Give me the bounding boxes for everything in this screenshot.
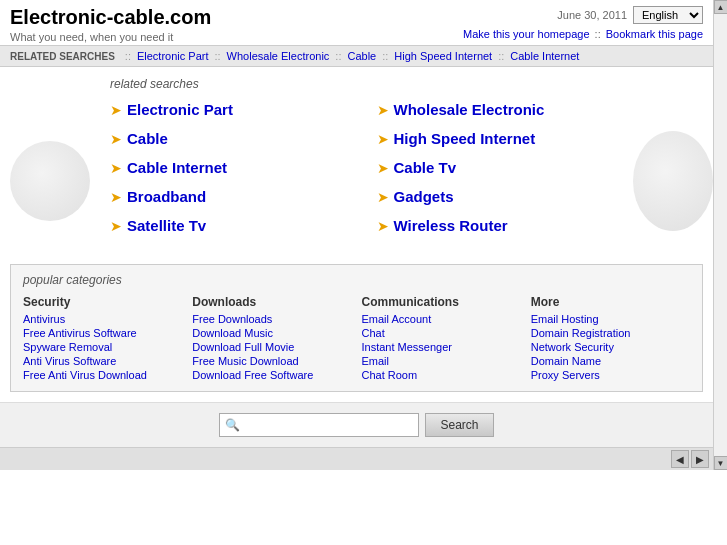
cat-link-email-account[interactable]: Email Account	[362, 313, 521, 325]
search-icon: 🔍	[225, 418, 240, 432]
search-input[interactable]	[219, 413, 419, 437]
category-heading-downloads: Downloads	[192, 295, 351, 309]
right-circle-shape	[633, 131, 713, 231]
scroll-track[interactable]	[714, 14, 727, 456]
link-satellite-tv[interactable]: Satellite Tv	[127, 217, 206, 234]
nav-link-highspeed[interactable]: High Speed Internet	[394, 50, 492, 62]
bookmark-link[interactable]: Bookmark this page	[606, 28, 703, 40]
cat-link-chat[interactable]: Chat	[362, 327, 521, 339]
arrow-icon-3: ➤	[110, 160, 122, 176]
link-gadgets[interactable]: Gadgets	[394, 188, 454, 205]
right-decoration	[633, 67, 713, 264]
left-decoration	[0, 67, 100, 264]
cat-link-download-free-software[interactable]: Download Free Software	[192, 369, 351, 381]
categories-grid: Security Antivirus Free Antivirus Softwa…	[23, 295, 690, 383]
search-link-item: ➤ Cable	[110, 130, 357, 147]
prev-arrow-button[interactable]: ◀	[671, 450, 689, 468]
link-separator: ::	[595, 28, 604, 40]
search-link-item: ➤ High Speed Internet	[377, 130, 624, 147]
cat-link-free-anti-virus-dl[interactable]: Free Anti Virus Download	[23, 369, 182, 381]
arrow-icon-r5: ➤	[377, 218, 389, 234]
nav-link-cable-internet[interactable]: Cable Internet	[510, 50, 579, 62]
cat-link-network-security[interactable]: Network Security	[531, 341, 690, 353]
nav-sep-3: ::	[335, 50, 341, 62]
nav-bar: RELATED SEARCHES :: Electronic Part :: W…	[0, 46, 713, 67]
arrow-icon-r3: ➤	[377, 160, 389, 176]
popular-categories-label: popular categories	[23, 273, 690, 287]
cat-link-email-hosting[interactable]: Email Hosting	[531, 313, 690, 325]
cat-link-free-music[interactable]: Free Music Download	[192, 355, 351, 367]
cat-link-chat-room[interactable]: Chat Room	[362, 369, 521, 381]
center-content: related searches ➤ Electronic Part ➤ Who…	[100, 67, 633, 264]
top-bar: Electronic-cable.com What you need, when…	[0, 0, 713, 46]
category-col-more: More Email Hosting Domain Registration N…	[531, 295, 690, 383]
cat-link-instant-messenger[interactable]: Instant Messenger	[362, 341, 521, 353]
date-display: June 30, 2011	[557, 9, 627, 21]
scroll-down-button[interactable]: ▼	[714, 456, 728, 470]
top-right: June 30, 2011 English Spanish French Mak…	[463, 6, 703, 40]
category-col-downloads: Downloads Free Downloads Download Music …	[192, 295, 351, 383]
next-arrow-button[interactable]: ▶	[691, 450, 709, 468]
cat-link-free-downloads[interactable]: Free Downloads	[192, 313, 351, 325]
cat-link-download-music[interactable]: Download Music	[192, 327, 351, 339]
cat-link-domain-registration[interactable]: Domain Registration	[531, 327, 690, 339]
site-title: Electronic-cable.com	[10, 6, 211, 29]
top-links: Make this your homepage :: Bookmark this…	[463, 28, 703, 40]
cat-link-antivirus[interactable]: Antivirus	[23, 313, 182, 325]
arrow-icon-2: ➤	[110, 131, 122, 147]
language-select[interactable]: English Spanish French	[633, 6, 703, 24]
category-col-security: Security Antivirus Free Antivirus Softwa…	[23, 295, 182, 383]
cat-link-free-antivirus[interactable]: Free Antivirus Software	[23, 327, 182, 339]
popular-categories-section: popular categories Security Antivirus Fr…	[10, 264, 703, 392]
site-subtitle: What you need, when you need it	[10, 31, 211, 43]
link-broadband[interactable]: Broadband	[127, 188, 206, 205]
link-wholesale-electronic[interactable]: Wholesale Electronic	[394, 101, 545, 118]
search-link-item: ➤ Electronic Part	[110, 101, 357, 118]
link-wireless-router[interactable]: Wireless Router	[394, 217, 508, 234]
nav-sep-2: ::	[214, 50, 220, 62]
related-searches-heading: related searches	[110, 77, 623, 91]
category-heading-security: Security	[23, 295, 182, 309]
homepage-link[interactable]: Make this your homepage	[463, 28, 590, 40]
link-electronic-part[interactable]: Electronic Part	[127, 101, 233, 118]
link-cable-internet[interactable]: Cable Internet	[127, 159, 227, 176]
nav-link-wholesale[interactable]: Wholesale Electronic	[227, 50, 330, 62]
link-high-speed-internet[interactable]: High Speed Internet	[394, 130, 536, 147]
search-link-item: ➤ Cable Internet	[110, 159, 357, 176]
arrow-icon-r1: ➤	[377, 102, 389, 118]
nav-sep-5: ::	[498, 50, 504, 62]
arrow-icon-5: ➤	[110, 218, 122, 234]
search-link-item: ➤ Broadband	[110, 188, 357, 205]
right-scrollbar[interactable]: ▲ ▼	[713, 0, 727, 470]
link-cable-tv[interactable]: Cable Tv	[394, 159, 457, 176]
nav-link-electronic-part[interactable]: Electronic Part	[137, 50, 209, 62]
category-heading-communications: Communications	[362, 295, 521, 309]
scroll-up-button[interactable]: ▲	[714, 0, 728, 14]
related-searches-nav-label: RELATED SEARCHES	[10, 51, 115, 62]
search-button[interactable]: Search	[425, 413, 493, 437]
link-cable[interactable]: Cable	[127, 130, 168, 147]
search-link-item: ➤ Satellite Tv	[110, 217, 357, 234]
category-col-communications: Communications Email Account Chat Instan…	[362, 295, 521, 383]
arrow-icon-r4: ➤	[377, 189, 389, 205]
cat-link-spyware[interactable]: Spyware Removal	[23, 341, 182, 353]
search-bar: 🔍 Search	[0, 402, 713, 447]
cat-link-download-movie[interactable]: Download Full Movie	[192, 341, 351, 353]
cat-link-anti-virus-software[interactable]: Anti Virus Software	[23, 355, 182, 367]
main-wrapper: related searches ➤ Electronic Part ➤ Who…	[0, 67, 713, 264]
arrow-icon-1: ➤	[110, 102, 122, 118]
search-links-grid: ➤ Electronic Part ➤ Wholesale Electronic…	[110, 101, 623, 234]
arrow-icon-r2: ➤	[377, 131, 389, 147]
cat-link-domain-name[interactable]: Domain Name	[531, 355, 690, 367]
cat-link-email[interactable]: Email	[362, 355, 521, 367]
nav-sep-4: ::	[382, 50, 388, 62]
search-link-item: ➤ Gadgets	[377, 188, 624, 205]
nav-sep-1: ::	[125, 50, 131, 62]
left-circle-shape	[10, 141, 90, 221]
cat-link-proxy-servers[interactable]: Proxy Servers	[531, 369, 690, 381]
search-link-item: ➤ Cable Tv	[377, 159, 624, 176]
search-link-item: ➤ Wholesale Electronic	[377, 101, 624, 118]
date-lang-area: June 30, 2011 English Spanish French	[463, 6, 703, 24]
arrow-icon-4: ➤	[110, 189, 122, 205]
nav-link-cable[interactable]: Cable	[347, 50, 376, 62]
